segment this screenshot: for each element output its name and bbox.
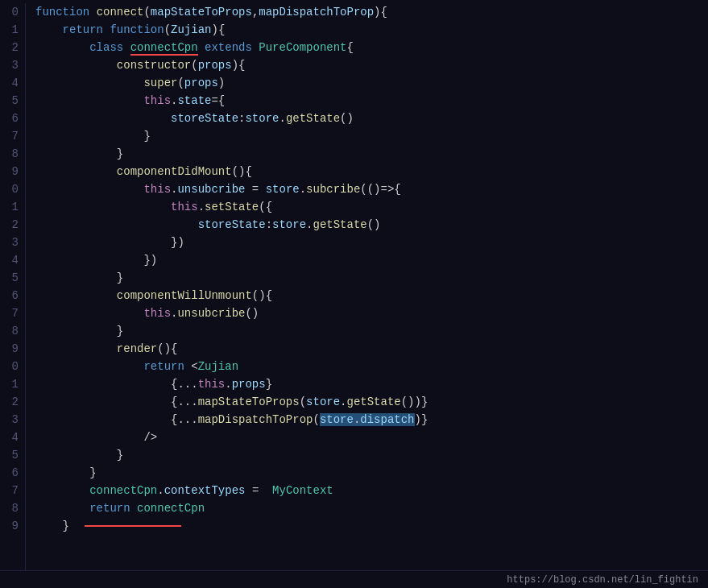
code-line: } — [35, 517, 708, 535]
footer-link: https://blog.csdn.net/lin_fightin — [507, 574, 698, 586]
code-line: } — [35, 322, 708, 340]
code-line: this.unsubcribe() — [35, 304, 708, 322]
code-line: } — [35, 127, 708, 145]
code-area: 0 1 2 3 4 5 6 7 8 9 0 1 2 3 4 5 6 7 8 9 … — [0, 0, 708, 570]
code-line: } — [35, 464, 708, 482]
code-line: return connectCpn — [35, 499, 708, 517]
code-line: } — [35, 269, 708, 287]
code-line: return function(Zujian){ — [35, 21, 708, 39]
bottom-bar: https://blog.csdn.net/lin_fightin — [0, 570, 708, 588]
code-line: /> — [35, 429, 708, 446]
code-line: }) — [35, 234, 708, 251]
code-line: this.unsubcribe = store.subcribe(()=>{ — [35, 180, 708, 198]
code-line: componentWillUnmount(){ — [35, 287, 708, 304]
code-line: } — [35, 446, 708, 464]
code-line: storeState:store.getState() — [35, 110, 708, 127]
code-line: }) — [35, 251, 708, 269]
code-line: connectCpn.contextTypes = MyContext — [35, 482, 708, 499]
code-line: {...mapStateToProps(store.getState())} — [35, 393, 708, 411]
code-line: render(){ — [35, 340, 708, 358]
code-line: constructor(props){ — [35, 56, 708, 74]
code-line: {...mapDispatchToProp(store.dispatch)} — [35, 411, 708, 429]
code-line: } — [35, 145, 708, 163]
code-editor: 0 1 2 3 4 5 6 7 8 9 0 1 2 3 4 5 6 7 8 9 … — [0, 0, 708, 588]
code-line: componentDidMount(){ — [35, 163, 708, 180]
code-line: super(props) — [35, 74, 708, 92]
code-line: this.state={ — [35, 92, 708, 110]
code-line: class connectCpn extends PureComponent{ — [35, 39, 708, 56]
code-line: {...this.props} — [35, 375, 708, 393]
code-line: this.setState({ — [35, 198, 708, 216]
code-line: storeState:store.getState() — [35, 216, 708, 234]
code-content: function connect(mapStateToProps,mapDisp… — [26, 3, 708, 570]
code-line: return <Zujian — [35, 358, 708, 375]
code-line: function connect(mapStateToProps,mapDisp… — [35, 3, 708, 21]
line-numbers: 0 1 2 3 4 5 6 7 8 9 0 1 2 3 4 5 6 7 8 9 … — [0, 3, 26, 570]
